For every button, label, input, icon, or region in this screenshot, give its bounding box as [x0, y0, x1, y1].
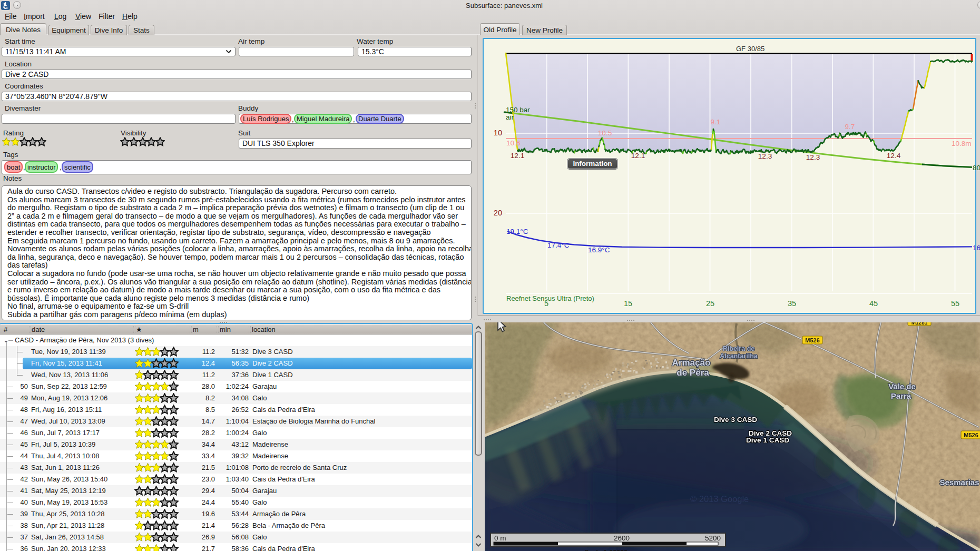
svg-text:air: air — [506, 113, 514, 121]
svg-text:Dive 1 CASD: Dive 1 CASD — [746, 436, 789, 444]
svg-text:2600: 2600 — [614, 534, 630, 542]
svg-text:Sesmarias: Sesmarias — [939, 478, 979, 487]
svg-text:12.3: 12.3 — [758, 152, 772, 160]
svg-text:Scale 1:13000: Scale 1:13000 — [584, 549, 628, 551]
svg-text:Alcantarilha: Alcantarilha — [720, 352, 758, 360]
svg-text:5: 5 — [544, 299, 548, 308]
svg-text:Reefnet Sensus Ultra (Preto): Reefnet Sensus Ultra (Preto) — [506, 294, 594, 302]
svg-text:12.1: 12.1 — [631, 152, 645, 160]
svg-text:10: 10 — [494, 129, 502, 137]
svg-text:5200: 5200 — [705, 534, 721, 542]
svg-text:17.4°C: 17.4°C — [547, 241, 570, 249]
svg-text:20: 20 — [494, 209, 502, 217]
svg-text:80: 80 — [973, 164, 980, 172]
svg-text:15: 15 — [624, 299, 632, 308]
svg-text:12.1: 12.1 — [511, 152, 524, 160]
svg-text:12.4: 12.4 — [887, 152, 901, 160]
svg-text:12.3: 12.3 — [806, 153, 820, 161]
svg-text:Parra: Parra — [891, 391, 912, 400]
svg-text:© 2013 Google: © 2013 Google — [690, 494, 749, 504]
svg-text:M526: M526 — [964, 432, 978, 438]
svg-text:25: 25 — [706, 299, 714, 308]
svg-text:9.7: 9.7 — [845, 123, 855, 131]
svg-text:M526: M526 — [805, 337, 820, 343]
svg-text:10.5: 10.5 — [598, 129, 612, 137]
svg-text:10.6: 10.6 — [506, 139, 520, 147]
svg-text:35: 35 — [788, 299, 796, 308]
svg-text:de Pêra: de Pêra — [677, 368, 709, 378]
svg-text:19.1°C: 19.1°C — [506, 228, 528, 235]
svg-text:Dive 3 CASD: Dive 3 CASD — [714, 416, 757, 424]
svg-text:55: 55 — [951, 299, 959, 308]
svg-text:Vale de: Vale de — [888, 382, 916, 391]
svg-text:16: 16 — [973, 244, 980, 252]
svg-text:45: 45 — [869, 299, 878, 308]
svg-text:10.8m: 10.8m — [952, 140, 972, 147]
svg-text:GF 30/85: GF 30/85 — [736, 45, 765, 53]
svg-text:9.1: 9.1 — [711, 118, 721, 126]
svg-text:M1281: M1281 — [912, 322, 928, 326]
svg-text:150 bar: 150 bar — [506, 106, 530, 114]
svg-text:0 m: 0 m — [494, 534, 506, 542]
svg-text:Armação: Armação — [672, 358, 711, 368]
svg-text:16.9°C: 16.9°C — [588, 246, 610, 254]
svg-text:Ribeira de: Ribeira de — [723, 345, 754, 352]
